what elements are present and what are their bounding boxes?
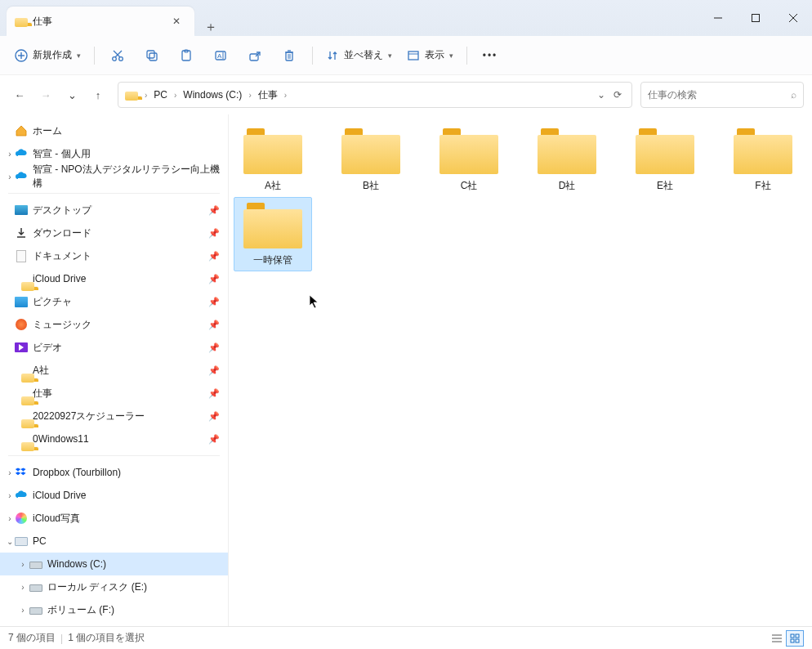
folder-item[interactable]: D社 — [528, 123, 606, 197]
address-dropdown-button[interactable]: ⌄ — [597, 89, 605, 101]
folder-icon — [15, 410, 28, 423]
view-button[interactable]: 表示 ▾ — [400, 41, 460, 70]
folder-item[interactable]: B社 — [332, 123, 410, 197]
rename-icon: A — [214, 49, 227, 62]
video-icon — [15, 341, 28, 354]
sidebar-item-label: 20220927スケジューラー — [33, 410, 145, 423]
folder-icon — [15, 364, 28, 377]
more-button[interactable]: ••• — [474, 41, 506, 70]
share-button[interactable] — [239, 41, 271, 70]
sidebar-item[interactable]: iCloud Drive📌 — [0, 267, 228, 290]
close-tab-button[interactable]: ✕ — [167, 16, 186, 27]
chevron-down-icon[interactable]: ⌄ — [5, 537, 15, 546]
search-input[interactable] — [648, 89, 791, 101]
pc-icon — [15, 535, 28, 548]
chevron-right-icon[interactable]: › — [5, 172, 15, 181]
navigation-row: ← → ⌄ ↑ › PC › Windows (C:) › 仕事 › ⌄ ⟳ ⌕ — [0, 75, 812, 114]
sidebar-item[interactable]: ›ローカル ディスク (E:) — [0, 575, 228, 598]
paste-button[interactable] — [170, 41, 203, 70]
sidebar-item[interactable]: 0Windows11📌 — [0, 427, 228, 450]
sidebar-item[interactable]: ›Dropbox (Tourbillon) — [0, 461, 228, 484]
chevron-right-icon[interactable]: › — [18, 606, 28, 615]
breadcrumb-item[interactable]: PC — [150, 86, 171, 104]
chevron-right-icon[interactable]: › — [18, 560, 28, 569]
folder-item[interactable]: 一時保管 — [234, 197, 312, 271]
chevron-right-icon[interactable]: › — [5, 514, 15, 523]
view-label: 表示 — [425, 48, 444, 62]
sidebar-item[interactable]: ドキュメント📌 — [0, 244, 228, 267]
sidebar-item[interactable]: ›ボリューム (F:) — [0, 621, 228, 626]
sidebar-item[interactable]: 20220927スケジューラー📌 — [0, 405, 228, 427]
chevron-right-icon[interactable]: › — [5, 491, 15, 500]
copy-button[interactable] — [136, 41, 168, 70]
pin-icon: 📌 — [208, 365, 220, 376]
cut-button[interactable] — [101, 41, 134, 70]
sidebar-item[interactable]: 仕事📌 — [0, 382, 228, 405]
chevron-right-icon[interactable]: › — [5, 468, 15, 477]
sidebar-item[interactable]: ビデオ📌 — [0, 336, 228, 359]
sidebar-item-label: ビデオ — [33, 341, 62, 355]
chevron-right-icon[interactable]: › — [18, 583, 28, 592]
folder-item[interactable]: C社 — [430, 123, 508, 197]
icons-view-button[interactable] — [786, 630, 804, 647]
folder-item[interactable]: A社 — [234, 123, 312, 197]
sidebar-item[interactable]: ›ボリューム (F:) — [0, 598, 228, 621]
minimize-button[interactable] — [699, 0, 737, 36]
sidebar-item[interactable]: A社📌 — [0, 359, 228, 382]
sidebar-item-label: ミュージック — [33, 318, 91, 332]
pin-icon: 📌 — [208, 228, 220, 239]
recent-locations-button[interactable]: ⌄ — [60, 82, 83, 108]
chevron-down-icon: ▾ — [388, 51, 392, 60]
content-area[interactable]: A社B社C社D社E社F社一時保管 — [229, 114, 812, 626]
delete-button[interactable] — [273, 41, 306, 70]
folder-icon — [439, 127, 498, 174]
sidebar-item[interactable]: ›iCloud写真 — [0, 507, 228, 530]
new-tab-button[interactable]: ＋ — [194, 19, 227, 36]
sidebar-item-label: A社 — [33, 364, 49, 378]
sidebar-item[interactable]: ›智宣 - 個人用 — [0, 142, 228, 165]
icloudphoto-icon — [15, 512, 28, 525]
search-box[interactable]: ⌕ — [640, 82, 804, 108]
address-bar[interactable]: › PC › Windows (C:) › 仕事 › ⌄ ⟳ — [118, 82, 632, 108]
window-tab[interactable]: 仕事 ✕ — [7, 7, 194, 36]
drive-icon — [29, 557, 42, 571]
sidebar-item[interactable]: ⌄PC — [0, 530, 228, 553]
sidebar-item-label: デスクトップ — [33, 204, 91, 217]
sidebar-item[interactable]: ›智宣 - NPO法人デジタルリテラシー向上機構 — [0, 165, 228, 188]
svg-rect-30 — [791, 634, 794, 638]
chevron-right-icon: › — [284, 91, 287, 100]
sidebar-item[interactable]: ›Windows (C:) — [0, 553, 228, 575]
rename-button[interactable]: A — [204, 41, 237, 70]
paste-icon — [180, 49, 193, 62]
breadcrumb-item[interactable]: Windows (C:) — [180, 86, 245, 104]
folder-icon — [341, 127, 400, 174]
sidebar-item[interactable]: ピクチャ📌 — [0, 290, 228, 313]
folder-item[interactable]: F社 — [724, 123, 802, 197]
pin-icon: 📌 — [208, 297, 220, 307]
sidebar-item[interactable]: ダウンロード📌 — [0, 222, 228, 244]
sidebar-item-label: ローカル ディスク (E:) — [47, 580, 147, 594]
new-button[interactable]: 新規作成 ▾ — [8, 41, 87, 70]
refresh-button[interactable]: ⟳ — [613, 89, 622, 101]
folder-item[interactable]: E社 — [626, 123, 704, 197]
sidebar-item-label: ホーム — [33, 124, 62, 138]
svg-rect-12 — [149, 53, 157, 60]
forward-button[interactable]: → — [34, 82, 57, 108]
sidebar-item[interactable]: ›iCloud Drive — [0, 484, 228, 507]
sidebar-item[interactable]: ミュージック📌 — [0, 313, 228, 336]
details-view-button[interactable] — [768, 630, 786, 647]
folder-name: A社 — [265, 179, 281, 193]
maximize-button[interactable] — [737, 0, 774, 36]
sidebar-item[interactable]: デスクトップ📌 — [0, 199, 228, 222]
sidebar-item[interactable]: ホーム — [0, 119, 228, 142]
sort-button[interactable]: 並べ替え ▾ — [319, 41, 399, 70]
chevron-right-icon[interactable]: › — [5, 150, 15, 159]
pin-icon: 📌 — [208, 251, 220, 262]
close-window-button[interactable] — [774, 0, 812, 36]
breadcrumb-item[interactable]: 仕事 — [255, 85, 281, 105]
folder-icon — [243, 127, 302, 174]
up-button[interactable]: ↑ — [87, 82, 109, 108]
back-button[interactable]: ← — [8, 82, 31, 108]
sidebar-item-label: ダウンロード — [33, 226, 91, 240]
sidebar-item-label: Windows (C:) — [47, 558, 106, 570]
